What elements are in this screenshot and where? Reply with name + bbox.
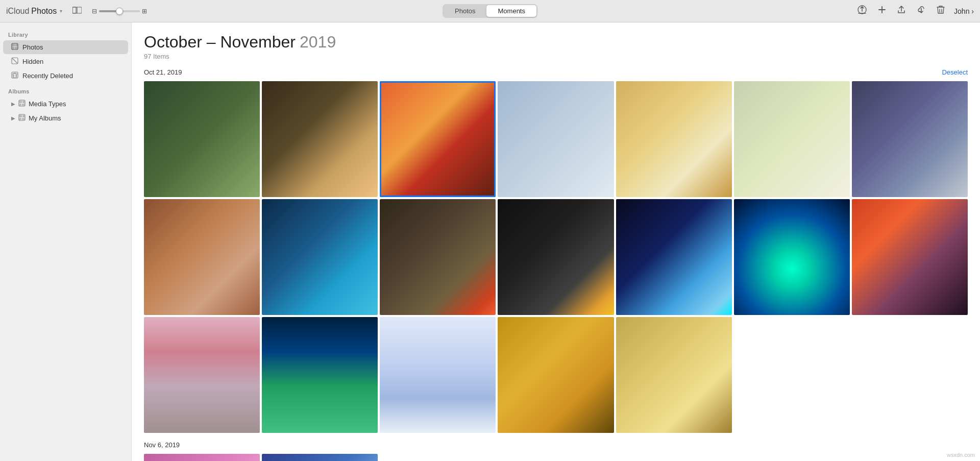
- photo-thumb[interactable]: [734, 199, 850, 315]
- photo-thumb[interactable]: [616, 199, 732, 315]
- date-section-header-nov6: Nov 6, 2019: [144, 441, 968, 449]
- media-types-icon: [18, 100, 26, 108]
- photo-thumb[interactable]: [262, 81, 378, 197]
- hidden-icon: [11, 57, 18, 66]
- share-button[interactable]: [896, 4, 907, 18]
- upload-button[interactable]: [856, 4, 868, 18]
- svg-rect-17: [19, 104, 21, 106]
- deselect-button[interactable]: Deselect: [942, 68, 968, 76]
- zoom-control: ⊟ ⊞: [92, 8, 147, 15]
- photo-thumb[interactable]: [380, 81, 496, 197]
- svg-rect-0: [72, 7, 76, 13]
- sidebar-item-recently-deleted[interactable]: Recently Deleted: [3, 69, 128, 83]
- photo-thumb[interactable]: [262, 454, 378, 461]
- media-types-label: Media Types: [29, 100, 66, 108]
- photo-thumb[interactable]: [852, 81, 968, 197]
- zoom-min-icon: ⊟: [92, 8, 97, 15]
- sidebar-photos-label: Photos: [22, 43, 43, 51]
- brand-icloud: iCloud: [6, 7, 29, 16]
- nav-tabs: Photos Moments: [443, 4, 537, 18]
- svg-rect-9: [12, 47, 14, 49]
- delete-button[interactable]: [936, 4, 946, 18]
- logo-chevron-icon: ▾: [60, 8, 62, 14]
- sidebar: Library Photos Hidden: [0, 22, 132, 461]
- svg-rect-7: [12, 44, 15, 46]
- photo-thumb[interactable]: [262, 199, 378, 315]
- item-count: 97 Items: [144, 53, 968, 60]
- albums-section-label: Albums: [0, 83, 131, 96]
- photo-grid-oct21-row1: [144, 81, 968, 197]
- svg-rect-22: [19, 118, 21, 120]
- sidebar-item-hidden[interactable]: Hidden: [3, 55, 128, 68]
- svg-rect-10: [15, 47, 17, 49]
- my-albums-chevron-icon: ▶: [11, 115, 15, 121]
- content-header: October – November2019 97 Items: [144, 33, 968, 60]
- sidebar-item-photos[interactable]: Photos: [3, 40, 128, 54]
- photo-thumb[interactable]: [498, 317, 614, 433]
- app-logo: iCloud Photos ▾: [6, 7, 62, 16]
- photo-thumb[interactable]: [144, 199, 260, 315]
- sidebar-group-media-types[interactable]: ▶ Media Types: [3, 97, 128, 111]
- date-section-oct21: Oct 21, 2019 Deselect: [144, 68, 968, 433]
- svg-rect-20: [19, 115, 22, 117]
- topbar: iCloud Photos ▾ ⊟ ⊞ Photos Moments: [0, 0, 980, 22]
- photo-thumb[interactable]: [852, 199, 968, 315]
- my-albums-label: My Albums: [29, 114, 61, 122]
- zoom-max-icon: ⊞: [142, 8, 147, 15]
- sidebar-group-my-albums[interactable]: ▶ My Albums: [3, 111, 128, 125]
- tab-moments[interactable]: Moments: [487, 5, 536, 17]
- photo-thumb[interactable]: [616, 317, 732, 433]
- photo-thumb[interactable]: [144, 81, 260, 197]
- my-albums-icon: [18, 114, 26, 123]
- recently-deleted-icon: [11, 71, 18, 80]
- title-year: 2019: [300, 33, 336, 51]
- svg-rect-15: [19, 101, 22, 103]
- photo-thumb[interactable]: [380, 317, 496, 433]
- photo-thumb[interactable]: [144, 317, 260, 433]
- photo-grid-oct21-row3: [144, 317, 968, 433]
- add-button[interactable]: [876, 4, 888, 18]
- date-section-header-oct21: Oct 21, 2019 Deselect: [144, 68, 968, 76]
- photo-grid-oct21-row2: [144, 199, 968, 315]
- svg-rect-23: [22, 118, 24, 120]
- library-section-label: Library: [0, 27, 131, 40]
- sidebar-recently-deleted-label: Recently Deleted: [22, 72, 73, 80]
- svg-rect-16: [22, 101, 24, 103]
- brand-photos: Photos: [31, 7, 57, 16]
- photo-thumb[interactable]: [144, 454, 260, 461]
- tab-photos[interactable]: Photos: [444, 5, 486, 17]
- media-types-chevron-icon: ▶: [11, 101, 15, 107]
- watermark: wsxdn.com: [947, 452, 975, 458]
- svg-rect-8: [15, 44, 17, 46]
- photo-thumb[interactable]: [616, 81, 732, 197]
- svg-rect-21: [22, 115, 24, 117]
- photo-thumb[interactable]: [498, 199, 614, 315]
- sidebar-hidden-label: Hidden: [22, 58, 43, 65]
- photo-thumb[interactable]: [262, 317, 378, 433]
- svg-rect-18: [22, 104, 24, 106]
- date-section-nov6: Nov 6, 2019: [144, 441, 968, 461]
- zoom-slider[interactable]: [99, 10, 140, 12]
- photo-thumb[interactable]: [498, 81, 614, 197]
- topbar-right: John ›: [856, 4, 974, 18]
- photos-icon: [11, 43, 18, 52]
- date-label-nov6: Nov 6, 2019: [144, 441, 180, 449]
- photo-thumb[interactable]: [734, 81, 850, 197]
- content-area: October – November2019 97 Items Oct 21, …: [132, 22, 980, 461]
- photo-grid-nov6-row1: [144, 454, 968, 461]
- date-label-oct21: Oct 21, 2019: [144, 68, 182, 76]
- download-button[interactable]: [915, 4, 927, 18]
- page-title: October – November2019: [144, 33, 968, 52]
- user-menu[interactable]: John ›: [954, 7, 974, 15]
- title-main: October – November: [144, 33, 296, 51]
- photo-thumb[interactable]: [380, 199, 496, 315]
- sidebar-toggle-button[interactable]: [70, 4, 84, 18]
- svg-line-12: [12, 58, 17, 63]
- main-layout: Library Photos Hidden: [0, 22, 980, 461]
